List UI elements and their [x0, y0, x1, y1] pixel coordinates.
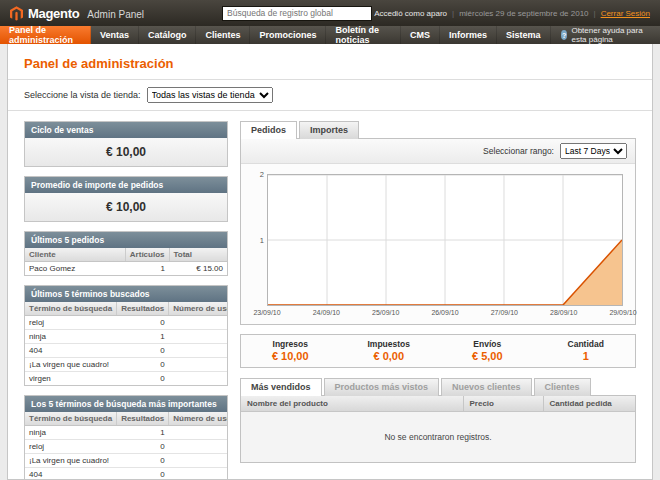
chart-plot-area	[267, 174, 623, 306]
lifetime-sales-title: Ciclo de ventas	[25, 122, 227, 138]
logo-subtitle: Admin Panel	[87, 7, 144, 20]
global-search-input[interactable]	[222, 6, 372, 21]
table-row[interactable]: Paco Gomez 1 € 15.00	[25, 262, 227, 276]
x-tick-label: 23/09/10	[253, 309, 280, 316]
total-impuestos: Impuestos € 0,00	[340, 335, 439, 367]
app-header: Magento Admin Panel Accedió como aparo |…	[0, 0, 660, 26]
tab-clientes: Clientes	[534, 378, 591, 396]
column-header: Término de búsqueda	[25, 412, 117, 426]
average-orders-value: € 10,00	[25, 193, 227, 221]
tab-mas-vendidos[interactable]: Más vendidos	[240, 378, 322, 396]
dashboard-sidebar: Ciclo de ventas € 10,00 Promedio de impo…	[24, 121, 228, 480]
chart-svg	[268, 175, 622, 305]
chart-y-axis: 12	[253, 174, 267, 306]
logout-link[interactable]: Cerrar Sesión	[601, 9, 650, 18]
column-header: Total	[169, 248, 227, 262]
magento-logo-icon	[10, 6, 23, 21]
tab-productos-mas-vistos: Productos más vistos	[324, 378, 440, 396]
logged-in-as: Accedió como aparo	[374, 9, 447, 18]
page-help-link[interactable]: ? Obtener ayuda para esta página	[551, 26, 660, 44]
nav-item-cms[interactable]: CMS	[401, 26, 440, 44]
global-search-wrap	[220, 6, 374, 21]
products-table: Nombre del producto Precio Cantidad pedi…	[241, 396, 635, 462]
current-date: miércoles 29 de septiembre de 2010	[459, 9, 588, 18]
header-user-block: Accedió como aparo | miércoles 29 de sep…	[374, 9, 650, 18]
chart-tabs: Pedidos Importes	[240, 121, 636, 139]
nav-item-clientes[interactable]: Clientes	[196, 26, 250, 44]
chart-x-axis: 23/09/1024/09/1025/09/1026/09/1027/09/10…	[267, 306, 623, 320]
total-envios: Envíos € 5,00	[438, 335, 537, 367]
products-table-wrap: Nombre del producto Precio Cantidad pedi…	[240, 395, 636, 463]
nav-item-promociones[interactable]: Promociones	[250, 26, 326, 44]
last-search-terms-title: Últimos 5 términos buscados	[25, 286, 227, 302]
y-tick-label: 2	[260, 170, 264, 179]
average-orders-card: Promedio de importe de pedidos € 10,00	[24, 176, 228, 222]
magento-logo: Magento Admin Panel	[10, 6, 220, 21]
y-tick-label: 1	[260, 236, 264, 245]
store-view-row: Seleccione la vista de tienda: Todas las…	[8, 80, 652, 111]
column-header: Resultados	[117, 412, 169, 426]
main-nav: Panel de administración Ventas Catálogo …	[0, 26, 660, 44]
page-title: Panel de administración	[8, 44, 652, 79]
nav-item-informes[interactable]: Informes	[440, 26, 497, 44]
table-row[interactable]: reloj 0 2	[25, 440, 228, 454]
column-header: Número de usos	[169, 302, 228, 316]
column-header: Número de usos	[169, 412, 228, 426]
table-row[interactable]: 404 0 1	[25, 468, 228, 480]
products-section: Más vendidos Productos más vistos Nuevos…	[240, 378, 636, 463]
nav-item-dashboard[interactable]: Panel de administración	[0, 26, 91, 44]
column-header: Cliente	[25, 248, 125, 262]
range-bar: Seleccionar rango: Last 7 Days	[241, 139, 635, 164]
table-row[interactable]: ninja 1 10	[25, 330, 228, 344]
table-row[interactable]: virgen 0 1	[25, 372, 228, 386]
separator: |	[594, 9, 596, 18]
column-header: Precio	[463, 396, 543, 412]
x-tick-label: 25/09/10	[372, 309, 399, 316]
nav-item-catalogo[interactable]: Catálogo	[139, 26, 197, 44]
total-cantidad: Cantidad 1	[537, 335, 636, 367]
average-orders-title: Promedio de importe de pedidos	[25, 177, 227, 193]
tab-pedidos[interactable]: Pedidos	[240, 121, 297, 139]
last-search-terms-table: Término de búsqueda Resultados Número de…	[25, 302, 228, 385]
store-view-select[interactable]: Todas las vistas de tienda	[147, 87, 273, 103]
dashboard-columns: Ciclo de ventas € 10,00 Promedio de impo…	[8, 111, 652, 480]
lifetime-sales-value: € 10,00	[25, 138, 227, 166]
tab-importes[interactable]: Importes	[299, 121, 359, 139]
column-header: Nombre del producto	[241, 396, 463, 412]
help-label: Obtener ayuda para esta página	[571, 26, 650, 44]
table-row[interactable]: reloj 0 2	[25, 316, 228, 330]
x-tick-label: 24/09/10	[313, 309, 340, 316]
range-select[interactable]: Last 7 Days	[560, 143, 627, 159]
table-row[interactable]: 404 0 1	[25, 344, 228, 358]
table-row[interactable]: ¡La virgen que cuadro! 0 2	[25, 358, 228, 372]
last-search-terms-card: Últimos 5 términos buscados Término de b…	[24, 285, 228, 386]
content-wrapper: Panel de administración Seleccione la vi…	[7, 44, 653, 480]
table-row[interactable]: ninja 1 10	[25, 426, 228, 440]
products-tabs: Más vendidos Productos más vistos Nuevos…	[240, 378, 636, 396]
logo-text: Magento	[28, 6, 79, 21]
x-tick-label: 28/09/10	[550, 309, 577, 316]
empty-message: No se encontraron registros.	[241, 412, 635, 462]
store-view-label: Seleccione la vista de tienda:	[24, 90, 141, 100]
column-header: Cantidad pedida	[543, 396, 635, 412]
nav-item-boletin[interactable]: Boletín de noticias	[326, 26, 401, 44]
top-search-terms-title: Los 5 términos de búsqueda más important…	[25, 396, 227, 412]
orders-chart: 12 23/09/1024/09/1025/09/1026/09/1027/09…	[241, 164, 635, 324]
last-orders-card: Últimos 5 pedidos Cliente Artículos Tota…	[24, 231, 228, 276]
nav-item-sistema[interactable]: Sistema	[497, 26, 551, 44]
top-search-terms-table: Término de búsqueda Resultados Número de…	[25, 412, 228, 480]
lifetime-sales-card: Ciclo de ventas € 10,00	[24, 121, 228, 167]
chart-panel: Seleccionar rango: Last 7 Days 12 23/09/…	[240, 138, 636, 325]
range-label: Seleccionar rango:	[483, 146, 554, 156]
last-orders-table: Cliente Artículos Total Paco Gomez 1 € 1…	[25, 248, 227, 275]
column-header: Artículos	[125, 248, 169, 262]
dashboard-main: Pedidos Importes Seleccionar rango: Last…	[240, 121, 636, 480]
totals-bar: Ingresos € 10,00 Impuestos € 0,00 Envíos…	[240, 334, 636, 368]
help-icon: ?	[561, 30, 568, 40]
column-header: Resultados	[117, 302, 169, 316]
top-search-terms-card: Los 5 términos de búsqueda más important…	[24, 395, 228, 480]
tab-nuevos-clientes: Nuevos clientes	[441, 378, 532, 396]
nav-item-ventas[interactable]: Ventas	[91, 26, 139, 44]
x-tick-label: 27/09/10	[491, 309, 518, 316]
table-row[interactable]: ¡La virgen que cuadro! 0 2	[25, 454, 228, 468]
